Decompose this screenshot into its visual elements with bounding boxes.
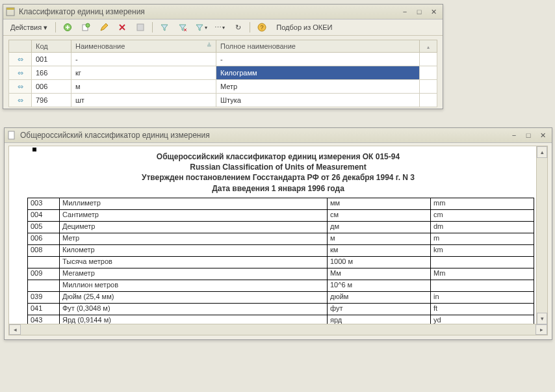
actions-label: Действия [10,23,42,31]
table-row[interactable]: 041Фут (0,3048 м)футft [28,303,534,315]
svg-text:?: ? [261,24,264,31]
cell-symbol: ярд [328,315,431,324]
cell-symbol: м [328,233,431,244]
okei-table[interactable]: 003Миллиметрммmm004Сантиметрсмcm005Децим… [27,198,534,324]
svg-point-4 [86,23,90,27]
cell-intl: cm [431,209,534,221]
vertical-scrollbar[interactable]: ▴ ▾ [536,146,547,324]
separator [55,22,56,33]
more-menu-button[interactable]: ⋯▾ [211,21,228,34]
cell-scroll [420,66,437,80]
table-row[interactable]: 009МегаметрМмMm [28,268,534,280]
delete-button[interactable] [114,21,131,34]
cell-code: 041 [28,303,60,315]
cell-intl: Mm [431,268,534,280]
cell-code: 006 [28,233,60,244]
cell-intl [431,280,534,291]
app-icon [6,7,15,16]
col-fullname[interactable]: Полное наименование [216,40,420,53]
cell-symbol: км [328,244,431,256]
horizontal-scrollbar[interactable]: ◂ ▸ [9,324,547,335]
actions-menu[interactable]: Действия ▾ [6,21,52,34]
filter-clear-button[interactable] [174,21,191,34]
edit-button[interactable] [96,21,112,34]
cell-name: шт [71,94,216,107]
minimize-button[interactable]: − [508,130,521,140]
scroll-right-button[interactable]: ▸ [536,324,547,335]
window-okei: Общероссийский классификатор единиц изме… [4,127,552,340]
table-row[interactable]: 004Сантиметрсмcm [28,209,534,221]
cell-code: 008 [28,244,60,256]
table-row[interactable]: 039Дюйм (25,4 мм)дюймin [28,291,534,303]
cell-intl: km [431,244,534,256]
units-grid[interactable]: Код Наименование≜ Полное наименование ▴ … [8,40,437,107]
svg-rect-1 [6,8,14,10]
cell-name: Мегаметр [60,268,328,280]
scroll-left-button[interactable]: ◂ [9,324,21,335]
table-row[interactable]: 008Километркмkm [28,244,534,256]
add-copy-button[interactable] [77,21,94,34]
filter-menu-button[interactable]: ▾ [192,21,210,34]
maximize-button[interactable]: □ [413,7,426,17]
cell-code: 009 [28,268,60,280]
close-button[interactable]: ✕ [427,7,440,17]
document-body: Общероссийский классификатор единиц изме… [8,146,548,335]
cell-name: кг [71,66,216,80]
table-row[interactable]: 043Ярд (0,9144 м)ярдyd [28,315,534,324]
cell-name: Километр [60,244,328,256]
cell-name: - [71,53,216,66]
col-name[interactable]: Наименование≜ [71,40,216,53]
cell-intl: in [431,291,534,303]
filter-button[interactable] [156,21,173,34]
scroll-up[interactable]: ▴ [420,40,437,53]
add-button[interactable] [59,21,76,34]
header-line-2: Russian Classification of Units of Measu… [14,162,542,172]
cell-intl: yd [431,315,534,324]
table-row[interactable]: Миллион метров10^6 м [28,280,534,291]
sort-asc-icon: ≜ [207,42,212,49]
col-marker[interactable] [9,40,32,53]
maximize-button[interactable]: □ [522,130,535,140]
cell-name: Ярд (0,9144 м) [60,315,328,324]
cell-code [28,280,60,291]
cell-name: Миллиметр [60,198,328,209]
minimize-button[interactable]: − [398,7,411,17]
cell-scroll [420,94,437,107]
chevron-down-icon: ▾ [205,25,207,31]
close-button[interactable]: ✕ [536,130,549,140]
cell-symbol: дюйм [328,291,431,303]
help-button[interactable]: ? [253,21,270,34]
row-marker: ⇔ [9,80,32,94]
okei-button[interactable]: Подбор из ОКЕИ [272,21,337,34]
dots-icon: ⋯ [214,23,222,32]
table-row[interactable]: 005Дециметрдмdm [28,221,534,233]
table-row[interactable]: ⇔006мМетр [9,80,437,94]
row-marker: ⇔ [9,53,32,66]
header-line-3: Утвержден постановлением Госстандарта РФ… [14,172,542,183]
cell-code: 004 [28,209,60,221]
cell-code: 039 [28,291,60,303]
outline-gutter: − [13,198,23,324]
titlebar[interactable]: Классификатор единиц измерения − □ ✕ [3,5,443,20]
scroll-down-button[interactable]: ▾ [537,313,547,324]
table-row[interactable]: ⇔001-- [9,53,437,66]
table-row[interactable]: ⇔796штШтука [9,94,437,107]
col-name-label: Наименование [75,42,125,50]
cell-name: м [71,80,216,94]
cell-name: Сантиметр [60,209,328,221]
titlebar[interactable]: Общероссийский классификатор единиц изме… [5,128,552,143]
cell-symbol: фут [328,303,431,315]
cell-symbol: мм [328,198,431,209]
save-button[interactable] [132,21,149,34]
cell-intl: dm [431,221,534,233]
refresh-button[interactable]: ↻ [229,21,246,34]
col-code[interactable]: Код [32,40,71,53]
scroll-up-button[interactable]: ▴ [537,146,547,158]
separator [152,22,153,33]
table-row[interactable]: 006Метрмm [28,233,534,244]
table-row[interactable]: Тысяча метров1000 м [28,256,534,268]
table-row[interactable]: ⇔166кгКилограмм [9,66,437,80]
cell-symbol: Мм [328,268,431,280]
table-row[interactable]: 003Миллиметрммmm [28,198,534,209]
row-marker: ⇔ [9,94,32,107]
